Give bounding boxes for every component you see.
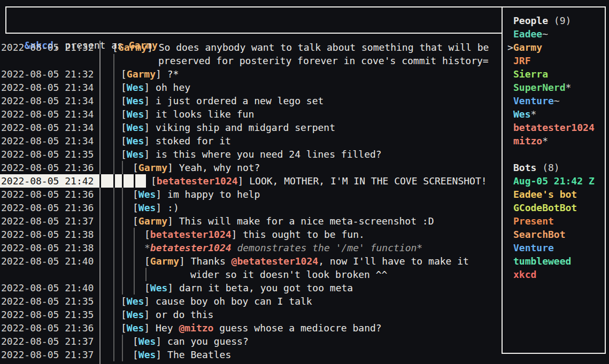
message-segment: [ [121,109,127,120]
message-segment: i just ordered a new lego set [156,95,323,106]
message-segment: ] [144,309,156,320]
nick: Wes [127,109,144,120]
message-segment: ?* [167,68,179,80]
people-header: People (9) [503,14,609,27]
message-text: [Wes] or do this [121,308,213,321]
chat-message-row[interactable]: 2022-08-05 21:35[Wes] cause boy oh boy c… [0,295,502,308]
message-text: [Wes] im happy to help [133,188,260,201]
message-text: [Wes] :) [133,201,179,214]
nick: Wes [150,282,168,293]
timestamp: 2022-08-05 21:38 [1,228,94,241]
person-item[interactable]: JRF [503,54,609,67]
person-name: SuperNerd [513,82,566,93]
chat-message-row[interactable]: 2022-08-05 21:40[Wes] darn it beta, you … [0,281,502,295]
bot-item[interactable]: tumbleweed [503,254,609,268]
message-segment: [ [144,282,150,293]
person-status-suffix: * [542,135,548,146]
message-segment: ] [156,189,167,200]
chat-message-row[interactable]: 2022-08-05 21:36[Wes] Hey @mitzo guess w… [0,321,502,335]
nick: Wes [127,82,144,93]
chat-message-row[interactable]: 2022-08-05 21:35[Wes] or do this [0,308,502,321]
bot-item[interactable]: GCodeBotBot [503,201,609,214]
message-segment: im happy to help [167,189,260,200]
chat-message-row[interactable]: 2022-08-05 21:42[betatester1024] LOOK, M… [0,174,502,188]
message-text: [Wes] i just ordered a new lego set [121,94,323,107]
person-item[interactable]: SuperNerd* [503,81,609,94]
nick: betatester1024 [150,229,232,240]
person-item[interactable]: betatester1024 [503,121,609,134]
chat-message-row[interactable]: 2022-08-05 21:37[Wes] The Beatles [0,348,502,361]
nick: @betatester1024 [232,255,319,267]
message-text: [Wes] can you guess? [133,335,249,348]
chat-message-row[interactable]: 2022-08-05 21:36[Wes] im happy to help [0,188,502,201]
message-segment: [ [144,229,150,240]
nick: Wes [138,349,156,360]
message-segment: The Beatles [167,349,231,360]
message-segment: ] [167,282,179,293]
chat-message-row[interactable]: 2022-08-05 21:34[Wes] stoked for it [0,134,502,148]
chat-message-row[interactable]: 2022-08-05 21:36[Wes] :) [0,201,502,214]
timestamp: 2022-08-05 21:35 [1,295,94,308]
bots-header: Bots (8) [503,161,609,174]
chat-message-row[interactable]: wider so it doesn't look broken ^^ [0,268,502,281]
message-text: wider so it doesn't look broken ^^ [190,268,387,281]
nick: Wes [127,296,144,307]
message-segment: [ [121,122,127,133]
chat-message-row[interactable]: 2022-08-05 21:37[Garmy] This will make f… [0,214,502,228]
chat-message-row[interactable]: 2022-08-05 21:34[Wes] it looks like fun [0,107,502,121]
timestamp: 2022-08-05 21:38 [1,241,94,254]
chat-message-row[interactable]: 2022-08-05 21:36[Garmy] Yeah, why not? [0,161,502,174]
bot-name: GCodeBotBot [513,202,577,213]
person-item[interactable]: Venture~ [503,94,609,107]
person-name: Garmy [513,42,542,53]
bot-item[interactable]: Eadee's bot [503,188,609,201]
chat-message-row[interactable]: 2022-08-05 21:34[Wes] viking ship and mi… [0,121,502,134]
person-name: JRF [513,55,531,66]
message-segment: [ [133,202,138,213]
chat-message-row[interactable]: 2022-08-05 21:37[Wes] can you guess? [0,335,502,348]
chat-message-row[interactable]: 2022-08-05 21:32[Garmy] So does anybody … [0,41,502,54]
person-status-suffix: ~ [554,95,560,106]
bot-name: xkcd [513,269,536,280]
message-text: [Wes] The Beatles [133,348,231,361]
message-segment: oh hey [156,82,190,93]
message-segment: [ [133,336,138,347]
message-segment: wider so it doesn't look broken ^^ [190,269,387,280]
bot-item[interactable]: Present [503,214,609,228]
bot-item[interactable]: SearchBot [503,228,609,241]
message-text: [Garmy] Thanks @betatester1024, now I'll… [144,254,469,268]
message-segment: Hey [156,322,179,334]
chat-message-row[interactable]: 2022-08-05 21:34[Wes] oh hey [0,81,502,94]
person-item[interactable]: >Garmy [503,41,605,54]
message-segment: Yeah, why not? [179,162,260,173]
person-item[interactable]: Eadee~ [503,27,609,41]
chat-message-row[interactable]: 2022-08-05 21:40[Garmy] Thanks @betatest… [0,254,502,268]
bot-item[interactable]: Venture [503,241,609,254]
message-segment: or do this [156,309,213,320]
chat-message-row[interactable]: preserved for posterity forever in cove'… [0,54,502,67]
message-segment: :) [167,202,179,213]
nick: Garmy [138,162,167,173]
person-name: mitzo [513,135,542,146]
timestamp: 2022-08-05 21:34 [1,107,94,121]
person-name: Sierra [513,68,548,80]
chat-log: 2022-08-05 21:32[Garmy] So does anybody … [0,0,502,364]
chat-message-row[interactable]: 2022-08-05 21:38*betatester1024 demonstr… [0,241,502,254]
message-segment: ] [167,162,179,173]
person-item[interactable]: mitzo* [503,134,609,148]
person-item[interactable]: Sierra [503,67,609,81]
bot-item[interactable]: xkcd [503,268,609,281]
message-segment: ] [238,175,250,187]
chat-message-row[interactable]: 2022-08-05 21:35[Wes] is this where you … [0,148,502,161]
chat-message-row[interactable]: 2022-08-05 21:34[Wes] i just ordered a n… [0,94,502,107]
timestamp: 2022-08-05 21:37 [1,335,94,348]
bot-name: SearchBot [513,229,566,240]
timestamp: 2022-08-05 21:32 [1,67,94,81]
person-item[interactable]: Wes* [503,107,609,121]
bot-item[interactable]: Aug-05 21:42 Z [503,174,609,188]
chat-message-row[interactable]: 2022-08-05 21:32[Garmy] ?* [0,67,502,81]
message-segment: darn it beta, you got too meta [179,282,353,293]
message-segment: ] [156,336,167,347]
nick: Wes [138,202,156,213]
chat-message-row[interactable]: 2022-08-05 21:38[betatester1024] this ou… [0,228,502,241]
